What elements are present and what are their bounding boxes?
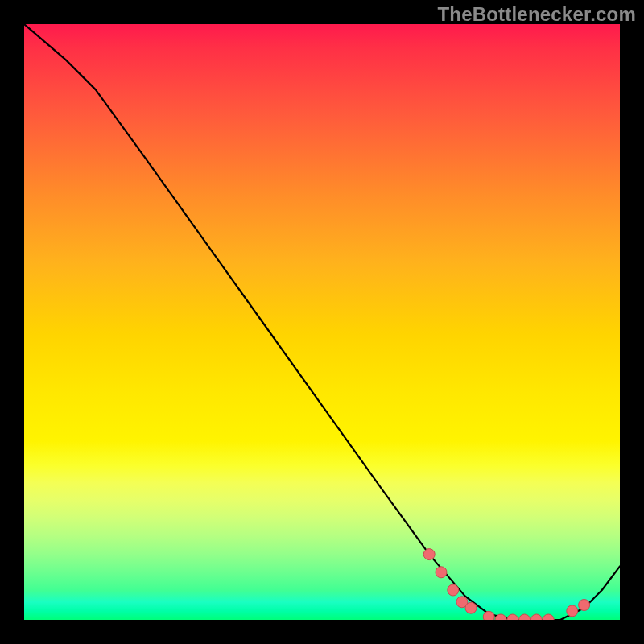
marker-dot [423, 549, 435, 560]
marker-dot [567, 605, 578, 617]
marker-dot [507, 614, 518, 620]
marker-dot [465, 602, 477, 613]
marker-dot [543, 614, 554, 620]
bottleneck-curve [24, 24, 620, 620]
curve-layer [24, 24, 620, 620]
marker-dot [436, 567, 447, 578]
marker-dot [530, 614, 542, 620]
marker-dot [448, 584, 459, 596]
plot-area [24, 24, 620, 620]
marker-dot [579, 600, 590, 611]
chart-container: TheBottlenecker.com [0, 0, 644, 644]
marker-dot [519, 614, 530, 620]
marker-dot [483, 611, 494, 620]
attribution-label: TheBottlenecker.com [437, 3, 636, 26]
highlight-dots [423, 549, 589, 620]
